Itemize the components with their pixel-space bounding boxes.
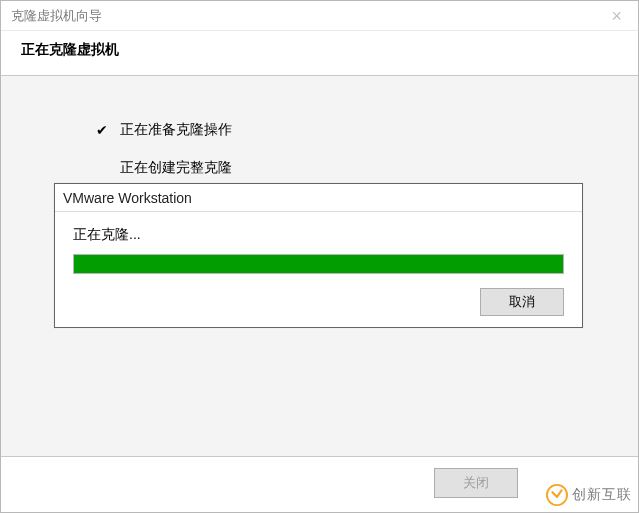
dialog-actions: 取消 (73, 288, 564, 316)
dialog-status-text: 正在克隆... (73, 226, 564, 244)
dialog-titlebar: VMware Workstation (55, 184, 582, 212)
step-row: ✔ 正在创建完整克隆 (96, 159, 638, 177)
dialog-body: 正在克隆... 取消 (55, 212, 582, 326)
wizard-header: 正在克隆虚拟机 (1, 31, 638, 76)
wizard-footer: 关闭 (1, 456, 638, 508)
page-title: 正在克隆虚拟机 (21, 41, 618, 59)
step-label: 正在创建完整克隆 (120, 159, 232, 177)
progress-dialog: VMware Workstation 正在克隆... 取消 (54, 183, 583, 328)
steps-list: ✔ 正在准备克隆操作 ✔ 正在创建完整克隆 (96, 121, 638, 177)
dialog-title: VMware Workstation (63, 190, 192, 206)
check-icon: ✔ (96, 122, 108, 138)
close-icon[interactable]: × (605, 7, 628, 25)
titlebar: 克隆虚拟机向导 × (1, 1, 638, 31)
wizard-window: 克隆虚拟机向导 × 正在克隆虚拟机 ✔ 正在准备克隆操作 ✔ 正在创建完整克隆 … (0, 0, 639, 513)
step-row: ✔ 正在准备克隆操作 (96, 121, 638, 139)
progress-bar (73, 254, 564, 274)
window-title: 克隆虚拟机向导 (11, 7, 102, 25)
cancel-button[interactable]: 取消 (480, 288, 564, 316)
step-label: 正在准备克隆操作 (120, 121, 232, 139)
close-button[interactable]: 关闭 (434, 468, 518, 498)
